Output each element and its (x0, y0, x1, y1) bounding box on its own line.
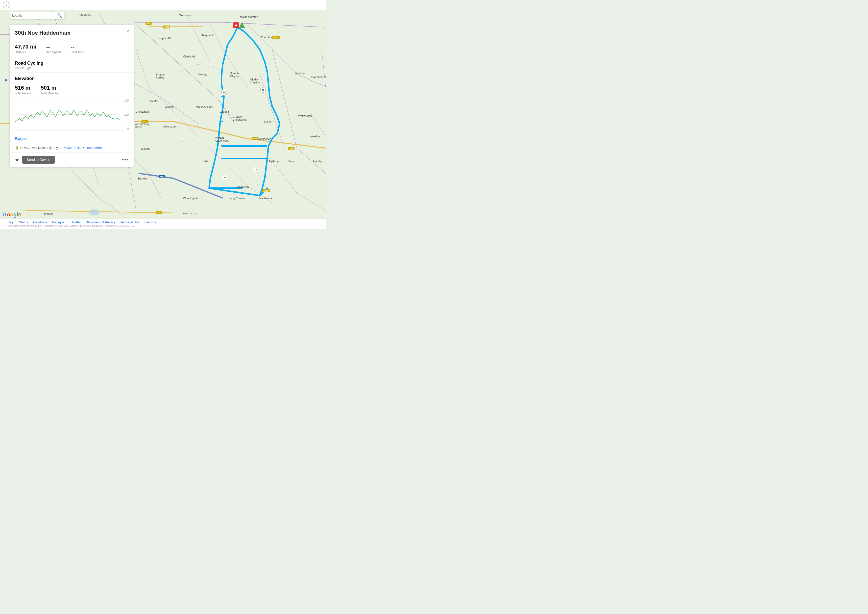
footer-security[interactable]: Security (144, 220, 156, 224)
nav-dot (5, 79, 7, 81)
distance-value: 47.70 mi (15, 44, 36, 50)
course-type-label: Road Cycling (15, 61, 129, 66)
close-button[interactable]: × (127, 29, 130, 33)
footer: Help Status Facebook Instagram Twitter S… (0, 219, 326, 229)
make-public-link[interactable]: Make Public (64, 146, 81, 149)
footer-links: Help Status Facebook Instagram Twitter S… (8, 220, 318, 224)
lock-icon: 🔒 (15, 146, 19, 149)
stat-goal-time: -- Goal Time (71, 44, 84, 54)
stats-row: 47.70 mi Distance -- Avg Speed -- Goal T… (10, 42, 133, 57)
footer-status[interactable]: Status (19, 220, 28, 224)
chart-y-labels: 200 100 0 (120, 98, 129, 131)
elevation-chart: 200 100 0 (15, 98, 129, 131)
avg-speed-value: -- (46, 44, 61, 50)
footer-privacy[interactable]: Statement of Privacy (86, 220, 116, 224)
search-bar[interactable]: 🔍 (10, 12, 64, 19)
y-label-0: 0 (127, 127, 129, 130)
footer-facebook[interactable]: Facebook (33, 220, 47, 224)
footer-copyright: Connect is powered by Garmin • Copyright… (8, 225, 318, 227)
course-type-section: Road Cycling Course Type (10, 57, 133, 73)
descent-value: 501 m (41, 85, 59, 91)
descent-label: Total Descent (41, 92, 59, 95)
circle-marker-30: 30 (253, 167, 258, 172)
panel-header: 30th Nov Haddenham × (10, 25, 133, 42)
privacy-section: 🔒 Private: Available only to you. Make P… (10, 143, 133, 153)
search-icon[interactable]: 🔍 (57, 13, 62, 18)
nav-chevron[interactable]: › (3, 2, 10, 8)
avg-speed-label: Avg Speed (46, 51, 61, 54)
footer-instagram[interactable]: Instagram (52, 220, 67, 224)
chart-svg (15, 98, 120, 131)
circle-marker-40: 40 (260, 87, 266, 93)
circle-marker-20: 20 (222, 175, 227, 180)
send-to-device-button[interactable]: Send to Device (22, 156, 55, 164)
search-input[interactable] (12, 14, 57, 17)
end-marker[interactable] (239, 22, 245, 28)
top-bar: › (0, 0, 326, 10)
start-marker[interactable]: ■ (233, 22, 239, 28)
stat-distance: 47.70 mi Distance (15, 44, 36, 54)
y-label-100: 100 (124, 113, 129, 116)
panel-title: 30th Nov Haddenham (15, 30, 129, 36)
bullet-separator: • (83, 146, 84, 149)
more-options-button[interactable]: ••• (122, 157, 129, 163)
circle-marker-10: 10 (222, 90, 227, 95)
course-panel: 30th Nov Haddenham × 47.70 mi Distance -… (10, 25, 133, 166)
action-bar: ★ Send to Device ••• (10, 153, 133, 166)
privacy-text: Private: Available only to you. (20, 146, 62, 149)
course-type-sub: Course Type (15, 66, 129, 70)
footer-help[interactable]: Help (8, 220, 14, 224)
star-button[interactable]: ★ (15, 157, 19, 163)
y-label-200: 200 (124, 99, 129, 102)
google-logo: Google (3, 211, 21, 218)
svg-point-67 (89, 210, 99, 215)
stat-ascent: 516 m Total Ascent (15, 85, 31, 95)
footer-terms[interactable]: Terms of Use (121, 220, 140, 224)
elevation-section: Elevation 516 m Total Ascent 501 m Total… (10, 73, 133, 135)
expand-link[interactable]: Expand (10, 135, 133, 143)
distance-label: Distance (15, 51, 36, 54)
ascent-label: Total Ascent (15, 92, 31, 95)
stat-avg-speed: -- Avg Speed (46, 44, 61, 54)
ascent-value: 516 m (15, 85, 31, 91)
goal-time-value: -- (71, 44, 84, 50)
footer-twitter[interactable]: Twitter (71, 220, 81, 224)
stat-descent: 501 m Total Descent (41, 85, 59, 95)
learn-more-link[interactable]: Learn More (85, 146, 102, 149)
elevation-title: Elevation (15, 76, 129, 81)
elevation-stats: 516 m Total Ascent 501 m Total Descent (15, 85, 129, 95)
goal-time-label: Goal Time (71, 51, 84, 54)
